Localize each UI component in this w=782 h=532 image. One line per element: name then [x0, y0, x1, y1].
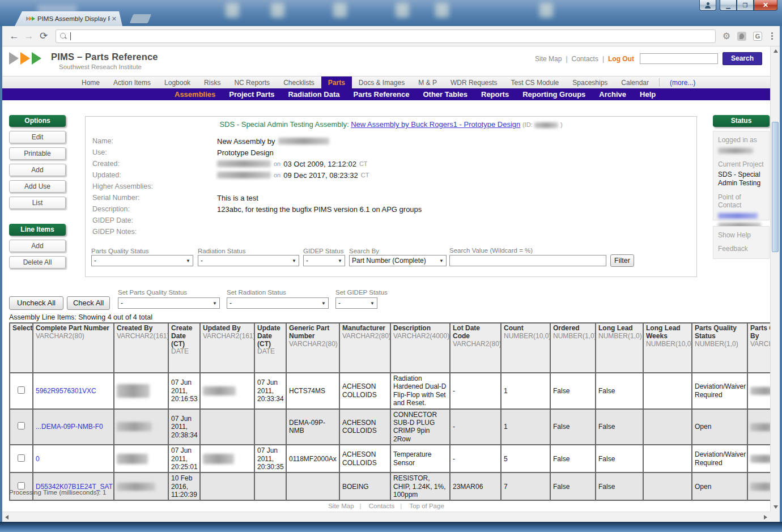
minimize-button[interactable]: ▁ [720, 0, 737, 11]
tab-close-icon[interactable]: ✕ [112, 16, 117, 22]
uncheck-all-button[interactable]: Uncheck All [9, 296, 63, 310]
redacted-updated-by [203, 454, 234, 464]
nav-risks[interactable]: Risks [197, 76, 227, 88]
set-pqs-select[interactable]: -▼ [118, 297, 220, 309]
header-search-input[interactable] [640, 53, 718, 64]
set-radiation-select[interactable]: -▼ [227, 297, 329, 309]
nav-parts[interactable]: Parts [321, 76, 352, 88]
content: Options Edit Printable Add Add Use List … [2, 100, 770, 512]
cell-description: RESISTOR, CHIP, 1.24K, 1%, 100ppm [390, 473, 450, 500]
redacted-created-by [117, 483, 155, 491]
cell-updated-by [200, 473, 254, 500]
nav-spaceships[interactable]: Spaceships [566, 76, 614, 88]
pqs-filter-select[interactable]: -▼ [91, 255, 193, 266]
delete-all-button[interactable]: Delete All [9, 256, 66, 269]
profile-button[interactable] [699, 0, 716, 11]
footer-sitemap-link[interactable]: Site Map [328, 503, 354, 509]
window-titlebar: PIMS Assembly Display P ✕ ▁ ❒ ✕ [0, 0, 782, 26]
add-button[interactable]: Add [9, 164, 66, 176]
feedback-link[interactable]: Feedback [718, 245, 764, 253]
subnav-archive[interactable]: Archive [599, 90, 626, 99]
nav-docs-images[interactable]: Docs & Images [352, 76, 411, 88]
serial-number-value: This is a test [217, 194, 258, 202]
add-use-button[interactable]: Add Use [9, 180, 66, 193]
row-checkbox[interactable] [18, 422, 25, 429]
reload-icon[interactable]: ⟳ [36, 30, 51, 42]
redacted-poc-link[interactable] [718, 213, 758, 219]
close-button[interactable]: ✕ [754, 0, 777, 11]
radiation-filter-select[interactable]: -▼ [198, 255, 299, 266]
subnav-reports[interactable]: Reports [481, 90, 509, 99]
cell-ordered: False [550, 373, 596, 409]
scroll-up-icon[interactable] [774, 49, 778, 53]
header-search-button[interactable]: Search [722, 52, 762, 65]
list-button[interactable]: List [9, 197, 66, 209]
back-icon[interactable]: ← [7, 31, 22, 42]
scroll-right-icon[interactable] [764, 515, 767, 520]
subnav-assemblies[interactable]: Assemblies [175, 90, 215, 99]
cell-update-date: 07 Jun 2011, 20:30:35 [254, 445, 286, 473]
searchby-select[interactable]: Part Number (Complete)▼ [349, 255, 447, 266]
current-project-value: SDS - Special Admin Testing [718, 171, 764, 188]
g-extension-icon[interactable]: G [753, 32, 762, 41]
vertical-scrollbar[interactable] [770, 46, 780, 512]
contacts-link[interactable]: Contacts [572, 55, 598, 63]
check-all-button[interactable]: Check All [67, 296, 110, 310]
nav-nc-reports[interactable]: NC Reports [227, 76, 277, 88]
forward-icon[interactable]: → [22, 31, 36, 42]
row-checkbox[interactable] [18, 386, 25, 394]
nav-more-link[interactable]: (more...) [663, 76, 702, 88]
nav-logbook[interactable]: Logbook [158, 76, 197, 88]
assembly-title-link[interactable]: New Assembly by Buck Rogers1 - Prototype… [351, 120, 520, 129]
edit-button[interactable]: Edit [9, 131, 66, 143]
browser-tab[interactable]: PIMS Assembly Display P ✕ [15, 11, 122, 26]
new-tab-button[interactable] [130, 14, 151, 23]
subnav-reporting-groups[interactable]: Reporting Groups [522, 90, 585, 99]
footer-contacts-link[interactable]: Contacts [369, 503, 394, 509]
subnav-help[interactable]: Help [640, 90, 656, 99]
search-value-input[interactable] [449, 255, 606, 266]
nav-checklists[interactable]: Checklists [277, 76, 321, 88]
subnav-parts-reference[interactable]: Parts Reference [353, 90, 409, 99]
nav-calendar[interactable]: Calendar [614, 76, 656, 88]
scroll-left-icon[interactable] [5, 515, 8, 520]
scroll-down-icon[interactable] [774, 505, 778, 509]
nav-m-and-p[interactable]: M & P [411, 76, 444, 88]
footer-top-of-page-link[interactable]: Top of Page [409, 503, 444, 509]
extension-icon[interactable] [737, 32, 746, 41]
assembly-title-project: SDS - Special Admin Testing Assembly: [219, 120, 348, 129]
nav-divider [659, 78, 660, 87]
show-help-link[interactable]: Show Help [718, 231, 764, 239]
nav-home[interactable]: Home [75, 76, 107, 88]
nav-action-items[interactable]: Action Items [107, 76, 158, 88]
part-number-link[interactable]: ...DEMA-09P-NMB-F0 [36, 423, 103, 431]
subnav-radiation-data[interactable]: Radiation Data [288, 90, 339, 99]
maximize-button[interactable]: ❒ [737, 0, 754, 11]
address-bar[interactable] [56, 29, 716, 43]
subnav-project-parts[interactable]: Project Parts [229, 90, 274, 99]
gidep-filter-select[interactable]: -▼ [303, 255, 345, 266]
subnav-other-tables[interactable]: Other Tables [423, 90, 468, 99]
nav-wdr-requests[interactable]: WDR Requests [444, 76, 504, 88]
menu-dots-icon[interactable] [769, 32, 775, 40]
logout-link[interactable]: Log Out [608, 55, 634, 63]
row-checkbox[interactable] [18, 482, 25, 490]
sitemap-link[interactable]: Site Map [535, 55, 562, 63]
updated-tz: CT [361, 172, 369, 178]
part-number-link[interactable]: 0 [36, 455, 40, 463]
part-number-link[interactable]: 5962R9576301VXC [36, 387, 96, 395]
printable-button[interactable]: Printable [9, 147, 66, 160]
filter-button[interactable]: Filter [610, 254, 634, 267]
set-radiation-value: - [230, 299, 232, 307]
line-items-add-button[interactable]: Add [9, 240, 66, 252]
row-checkbox[interactable] [18, 454, 25, 462]
chevron-down-icon: ▼ [321, 301, 326, 306]
horizontal-scrollbar[interactable] [2, 512, 770, 522]
page: PIMS – Parts Reference Southwest Reseach… [2, 46, 780, 522]
assembly-id-prefix: (ID: [522, 121, 533, 128]
vertical-scrollbar-thumb[interactable] [772, 122, 779, 252]
gear-icon[interactable]: ⚙ [722, 31, 730, 41]
col-updated-by: Updated ByVARCHAR2(161) [200, 323, 254, 373]
nav-test-cs-module[interactable]: Test CS Module [504, 76, 566, 88]
set-gidep-select[interactable]: -▼ [335, 297, 377, 309]
